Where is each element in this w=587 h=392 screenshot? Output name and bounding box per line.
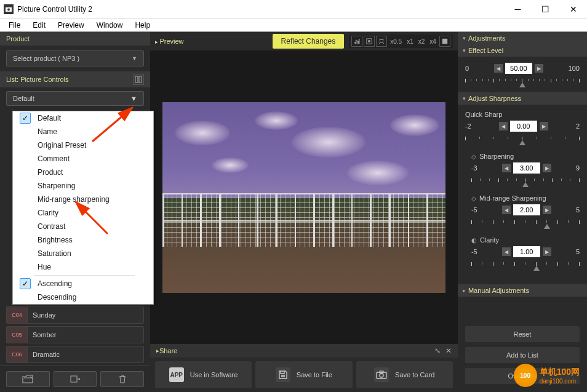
svg-rect-4 <box>71 376 77 382</box>
menu-preview[interactable]: Preview <box>52 20 90 31</box>
menu-file[interactable]: File <box>2 20 26 31</box>
decrease-button[interactable]: ◀ <box>502 247 511 256</box>
menu-edit[interactable]: Edit <box>26 20 52 31</box>
zoom-1[interactable]: x1 <box>405 37 415 46</box>
dropdown-item[interactable]: Hue <box>13 260 153 274</box>
window-controls: ─ ☐ ✕ <box>504 0 587 18</box>
quick-sharp-label: Quick Sharp <box>465 111 580 118</box>
dropdown-item[interactable]: Descending <box>13 290 153 304</box>
midrange-input[interactable] <box>513 204 540 215</box>
increase-button[interactable]: ▶ <box>543 164 551 172</box>
menu-window[interactable]: Window <box>90 20 129 31</box>
sort-dropdown: ✓ Default Name Original Preset Comment P… <box>12 111 154 305</box>
save-to-file-button[interactable]: Save to File <box>255 361 352 388</box>
check-icon: ✓ <box>20 278 31 289</box>
close-button[interactable]: ✕ <box>559 0 587 18</box>
minimize-button[interactable]: ─ <box>504 0 532 18</box>
save-to-card-button[interactable]: Save to Card <box>356 361 453 388</box>
effect-level-header[interactable]: Effect Level <box>458 44 587 57</box>
decrease-button[interactable]: ◀ <box>494 64 503 73</box>
decrease-button[interactable]: ◀ <box>502 206 511 214</box>
fit-icon[interactable] <box>364 36 375 47</box>
slider-min: -5 <box>471 248 477 255</box>
menu-help[interactable]: Help <box>129 20 156 31</box>
dropdown-item[interactable]: Brightness <box>13 233 153 247</box>
fullscreen-icon[interactable] <box>439 36 450 47</box>
product-header: Product <box>0 32 150 46</box>
share-btn-label: Save to Card <box>395 371 434 378</box>
sharpening-label: ◇Sharpening <box>471 153 580 160</box>
maximize-button[interactable]: ☐ <box>532 0 559 18</box>
svg-point-10 <box>380 374 383 377</box>
use-in-software-button[interactable]: APP Use in Software <box>155 361 252 388</box>
dropdown-item[interactable]: Mid-range sharpening <box>13 193 153 206</box>
close-share-icon[interactable]: ✕ <box>445 346 452 355</box>
increase-button[interactable]: ▶ <box>535 64 543 73</box>
check-icon: ✓ <box>20 113 31 124</box>
list-item[interactable]: C06 Dramatic <box>6 346 144 363</box>
sharpening-input[interactable] <box>513 162 540 174</box>
list-item-thumb: C05 <box>7 327 28 343</box>
zoom-05[interactable]: x0.5 <box>388 37 404 46</box>
preview-body <box>150 50 458 344</box>
sort-select[interactable]: Default ▼ <box>6 91 144 106</box>
effect-value-input[interactable] <box>505 63 532 74</box>
list-item-label: Dramatic <box>33 351 60 358</box>
increase-button[interactable]: ▶ <box>540 122 548 130</box>
dropdown-item[interactable]: Clarity <box>13 206 153 220</box>
zoom-4[interactable]: x4 <box>428 37 438 46</box>
dropdown-item[interactable]: Original Preset <box>13 138 153 152</box>
export-button[interactable] <box>54 371 97 387</box>
sharpening-slider[interactable] <box>471 176 580 186</box>
open-folder-button[interactable] <box>6 371 50 387</box>
share-buttons: APP Use in Software Save to File Save to… <box>150 358 458 392</box>
dropdown-item[interactable]: Product <box>13 166 153 179</box>
chevron-down-icon: ▼ <box>132 55 137 62</box>
reset-button[interactable]: Reset <box>465 326 580 342</box>
product-select[interactable]: Select product ( NP3 ) ▼ <box>6 50 144 66</box>
zoom-2[interactable]: x2 <box>417 37 427 46</box>
delete-button[interactable] <box>100 371 144 387</box>
app-icon: APP <box>169 367 184 382</box>
histogram-icon[interactable] <box>351 36 362 47</box>
increase-button[interactable]: ▶ <box>543 247 551 256</box>
right-panel: Adjustments Effect Level 0 ◀ ▶ 100 Adjus… <box>458 32 587 392</box>
increase-button[interactable]: ▶ <box>543 206 551 214</box>
reflect-changes-button[interactable]: Reflect Changes <box>273 34 345 49</box>
clarity-input[interactable] <box>513 246 540 257</box>
chevron-down-icon: ▼ <box>130 95 137 102</box>
slider-min: -3 <box>471 164 477 172</box>
dropdown-item[interactable]: Name <box>13 125 153 138</box>
titlebar: Picture Control Utility 2 ─ ☐ ✕ <box>0 0 587 18</box>
dropdown-item[interactable]: ✓ Ascending <box>13 277 153 290</box>
adjust-sharpness-header[interactable]: Adjust Sharpness <box>458 92 587 105</box>
list-header-label: List: Picture Controls <box>6 76 68 83</box>
midrange-slider[interactable] <box>471 218 580 228</box>
svg-rect-3 <box>139 76 142 82</box>
manual-adjustments-header[interactable]: Manual Adjustments <box>458 284 587 297</box>
slider-max: 9 <box>576 164 580 172</box>
preview-label: Preview <box>155 38 184 45</box>
share-header[interactable]: Share ⤡ ✕ <box>150 344 458 358</box>
dropdown-item[interactable]: Saturation <box>13 247 153 260</box>
dropdown-item[interactable]: Comment <box>13 152 153 166</box>
decrease-button[interactable]: ◀ <box>502 164 511 172</box>
actual-icon[interactable] <box>376 36 387 47</box>
clarity-slider[interactable] <box>471 260 580 270</box>
adjustments-header[interactable]: Adjustments <box>458 32 587 44</box>
list-item[interactable]: C04 Sunday <box>6 306 144 324</box>
list-item[interactable]: C05 Somber <box>6 326 144 343</box>
add-to-list-button[interactable]: Add to List <box>465 347 580 363</box>
quick-sharp-slider[interactable] <box>465 134 580 144</box>
share-btn-label: Save to File <box>297 371 332 378</box>
collapse-icon[interactable]: ⤡ <box>434 346 441 355</box>
list-columns-icon[interactable] <box>133 74 144 85</box>
dropdown-item[interactable]: ✓ Default <box>13 111 153 125</box>
dropdown-item[interactable]: Sharpening <box>13 179 153 193</box>
save-icon <box>276 367 290 382</box>
effect-slider[interactable] <box>465 76 580 86</box>
decrease-button[interactable]: ◀ <box>499 122 508 130</box>
quick-sharp-input[interactable] <box>510 121 537 132</box>
list-item-thumb: C06 <box>7 346 28 362</box>
dropdown-item[interactable]: Contrast <box>13 220 153 233</box>
